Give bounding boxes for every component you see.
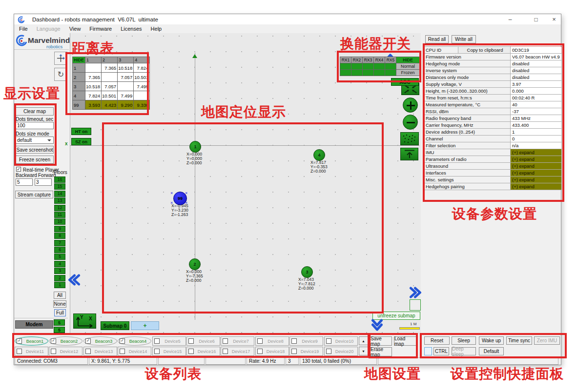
floor-cell-4[interactable]: 4 [54,261,65,267]
floors-all-button[interactable]: All [54,292,66,299]
checkbox[interactable] [326,349,331,354]
checkbox[interactable]: ✓ [51,338,56,344]
menu-language[interactable]: Language [32,24,65,33]
distance-row-label[interactable]: 4 [73,91,85,100]
save-map-button[interactable]: Save map [370,336,392,346]
floor-cell-13[interactable]: 13 [54,197,65,204]
rx-state-cell[interactable] [351,63,363,70]
rx-state-cell[interactable] [340,63,351,70]
checkbox[interactable] [154,338,160,344]
device-item-device6[interactable]: Device6 [186,336,220,346]
rotate-tool-button[interactable]: ↻ [54,68,67,81]
device-scroll-down-button[interactable]: ▼ [359,347,368,355]
read-all-button[interactable]: Read all [425,35,449,43]
realtime-player-checkbox[interactable]: ✓ [16,167,21,172]
ctrl-button[interactable]: CTRL [433,347,449,355]
agc-button[interactable]: AGC [391,78,419,86]
floor-cell-3[interactable]: 3 [54,268,65,274]
distance-row-label[interactable]: 99 [73,100,85,110]
erase-map-button[interactable]: Erase map [370,347,392,356]
map-beacon-3[interactable]: 3 [301,266,313,278]
checkbox[interactable]: ✓ [120,338,125,344]
distance-row-label[interactable]: 3 [73,82,85,91]
rx-state-cell[interactable] [385,63,396,70]
param-value[interactable]: disabled [511,74,562,81]
load-map-button[interactable]: Load map [394,336,416,346]
submap-box[interactable] [410,299,421,311]
distance-col-header[interactable]: 1 [85,57,102,63]
device-item-device14[interactable]: Device14 [118,347,151,356]
param-value[interactable]: (+) expand [511,170,562,176]
checkbox[interactable]: ✓ [17,338,22,344]
ctrl-indicator-box[interactable] [424,347,432,355]
param-value[interactable]: 1 [511,129,562,136]
param-value[interactable]: 433 MHz [511,115,562,122]
map-beacon-2[interactable]: 2 [189,258,201,270]
floor-cell-16[interactable]: 16 [54,176,65,183]
device-item-device10[interactable]: Device10 [324,336,358,346]
floor-cell-5[interactable]: 5 [54,254,65,260]
rx-state-cell[interactable] [351,70,363,76]
param-value[interactable]: 3.97 [511,81,562,88]
device-item-beacon3[interactable]: ✓Beacon3 [83,336,117,346]
modem-button[interactable]: Modem [15,320,53,329]
menu-help[interactable]: Help [146,24,166,33]
rx-col-rx3[interactable]: RX3 [363,57,374,63]
rx-col-rx1[interactable]: RX1 [340,57,351,63]
deep-sleep-button[interactable]: Deep sleep [452,347,476,355]
time-sync-button[interactable]: Time sync [506,336,532,345]
checkbox[interactable] [51,349,56,354]
device-item-beacon1[interactable]: ✓Beacon1 [15,336,48,346]
param-value[interactable]: 433.400 [511,122,562,129]
save-screenshot-button[interactable]: Save screenshot [16,146,54,154]
checkbox[interactable] [223,349,228,354]
distance-row-label[interactable]: 1 [73,63,85,73]
device-item-beacon2[interactable]: ✓Beacon2 [49,336,82,346]
device-item-device20[interactable]: Device20 [324,347,358,356]
crosshair-tool-button[interactable] [54,52,67,65]
floor-cell-15[interactable]: 15 [54,183,65,190]
rx-col-rx5[interactable]: RX5 [385,57,396,63]
forward-input[interactable]: 3 [35,178,52,186]
reset-button[interactable]: Reset [424,336,450,345]
param-value[interactable]: (+) expand [511,176,562,183]
menu-view[interactable]: View [65,24,85,33]
floors-none-button[interactable]: None [53,300,66,308]
floor-cell-2[interactable]: 2 [54,275,65,281]
write-all-button[interactable]: Write all [452,35,476,43]
param-value[interactable]: 0D3C19 [511,47,562,54]
minimize-button[interactable]: – [500,14,520,24]
checkbox[interactable] [257,338,263,344]
floor-cell-14[interactable]: 14 [54,191,65,197]
param-value[interactable]: -37 [511,108,562,115]
device-item-device8[interactable]: Device8 [255,336,289,346]
pan-right-chevron-icon[interactable] [409,286,422,299]
device-item-device9[interactable]: Device9 [289,336,323,346]
axis-orientation-widget[interactable]: Y X [73,314,96,329]
param-value[interactable]: disabled [511,60,562,67]
device-item-beacon4[interactable]: ✓Beacon4 [118,336,151,346]
menu-firmware[interactable]: Firmware [85,24,116,33]
param-value[interactable]: 0.000 [511,88,562,95]
sz-on-toggle[interactable]: SZ on [71,138,91,145]
pan-left-chevron-icon[interactable] [68,273,81,287]
device-item-device18[interactable]: Device18 [255,347,289,356]
floors-full-button[interactable]: Full [54,309,66,316]
sleep-button[interactable]: Sleep [452,336,476,345]
device-item-device16[interactable]: Device16 [186,347,220,356]
rx-col-rx4[interactable]: RX4 [374,57,385,63]
param-value[interactable]: n/a [511,142,562,149]
add-submap-button[interactable]: + [131,321,159,330]
map-beacon-99[interactable]: 99 [173,192,187,205]
device-scroll-up-button[interactable]: ▲ [359,336,368,345]
param-value[interactable]: disabled [511,67,562,74]
floor-cell-6[interactable]: 6 [54,247,65,253]
floor-cell-10[interactable]: 10 [54,218,65,225]
submap-0-button[interactable]: Submap 0 [101,321,129,330]
checkbox[interactable] [188,349,194,354]
param-value[interactable]: (+) expand [511,183,562,190]
param-value[interactable]: (+) expand [511,163,562,170]
param-value[interactable]: 40 [511,101,562,108]
distance-col-header[interactable]: 2 [102,57,118,63]
param-value[interactable]: (+) expand [511,156,562,163]
